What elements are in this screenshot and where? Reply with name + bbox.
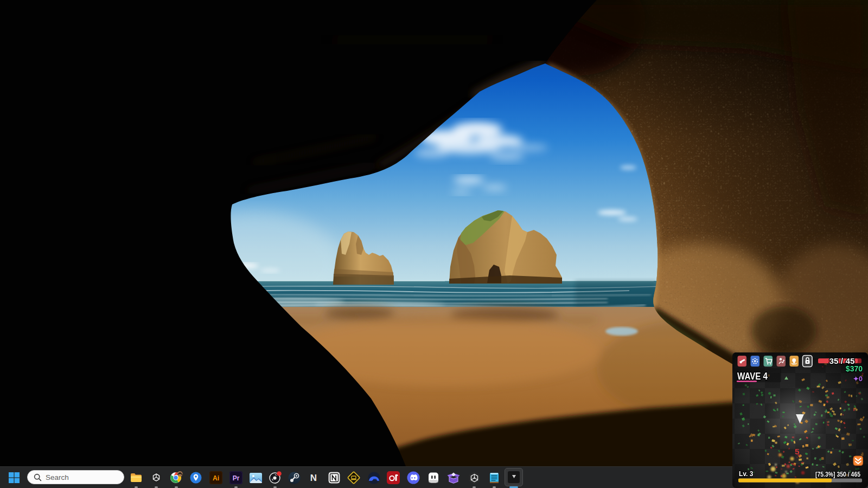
svg-text:N: N bbox=[310, 473, 317, 483]
svg-text:[75.3%] 350 / 465: [75.3%] 350 / 465 bbox=[815, 471, 860, 478]
svg-text:✦0: ✦0 bbox=[853, 375, 863, 383]
svg-text:Ai: Ai bbox=[213, 474, 219, 482]
svg-text:5: 5 bbox=[795, 447, 800, 456]
svg-text:WAVE 4: WAVE 4 bbox=[737, 371, 768, 382]
svg-text:Pr: Pr bbox=[232, 474, 239, 482]
svg-text:$370: $370 bbox=[846, 364, 863, 373]
svg-text:Lv. 3: Lv. 3 bbox=[739, 470, 754, 478]
